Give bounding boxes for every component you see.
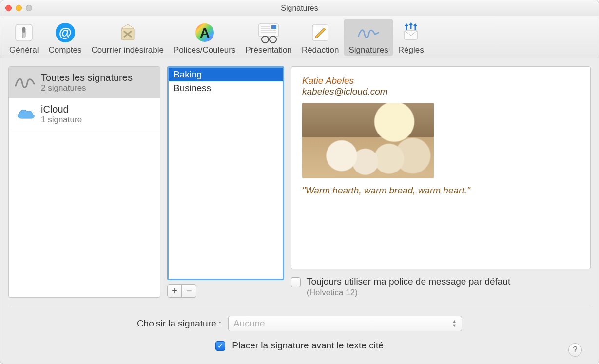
toolbar-accounts[interactable]: @ Comptes: [43, 19, 86, 56]
default-font-label: Toujours utiliser ma police de message p…: [307, 276, 510, 287]
toolbar-item-label: Courrier indésirable: [92, 45, 164, 55]
preview-image: [302, 103, 434, 178]
accounts-all-signatures[interactable]: Toutes les signatures 2 signatures: [9, 67, 160, 98]
content-area: Toutes les signatures 2 signatures iClou…: [0, 58, 599, 364]
icloud-icon: [15, 103, 36, 125]
close-button[interactable]: [5, 5, 12, 11]
svg-text:@: @: [58, 25, 71, 40]
signatures-icon: [357, 21, 380, 44]
signature-list-column: Baking Business + −: [167, 66, 284, 298]
signature-preview[interactable]: Katie Abeles kabeles@icloud.com "Warm he…: [291, 66, 591, 269]
footer: Choisir la signature : Aucune ▲▼ ✓ Place…: [8, 306, 591, 364]
add-signature-button[interactable]: +: [167, 284, 182, 298]
fonts-icon: A: [193, 21, 216, 44]
default-font-row: Toujours utiliser ma police de message p…: [291, 276, 591, 298]
default-font-checkbox[interactable]: [291, 277, 301, 287]
add-remove-buttons: + −: [167, 284, 284, 298]
preview-email: kabeles@icloud.com: [302, 86, 580, 97]
traffic-lights: [5, 5, 32, 11]
toolbar-junk[interactable]: Courrier indésirable: [87, 19, 169, 56]
toolbar-composing[interactable]: Rédaction: [297, 19, 344, 56]
place-before-row: ✓ Placer la signature avant le texte cit…: [215, 340, 384, 351]
panels-row: Toutes les signatures 2 signatures iClou…: [8, 66, 591, 298]
account-title: iCloud: [41, 104, 82, 115]
signature-item-business[interactable]: Business: [169, 81, 283, 95]
toolbar-item-label: Règles: [398, 45, 424, 55]
popup-arrows-icon: ▲▼: [450, 318, 459, 329]
toolbar-signatures[interactable]: Signatures: [344, 19, 393, 56]
rules-icon: [399, 21, 423, 44]
account-subtitle: 1 signature: [41, 115, 82, 125]
preferences-window: Signatures Général @ Comptes: [0, 0, 599, 364]
popup-value: Aucune: [233, 318, 265, 329]
svg-rect-11: [271, 25, 276, 29]
default-font-detail: (Helvetica 12): [307, 288, 510, 298]
toolbar-fonts[interactable]: A Polices/Couleurs: [169, 19, 241, 56]
signature-list[interactable]: Baking Business: [167, 66, 284, 280]
toolbar-item-label: Rédaction: [302, 45, 339, 55]
titlebar: Signatures: [0, 0, 599, 16]
toolbar-item-label: Comptes: [48, 45, 81, 55]
general-icon: [12, 21, 36, 44]
toolbar-rules[interactable]: Règles: [393, 19, 429, 56]
viewing-icon: [257, 21, 280, 44]
account-title: Toutes les signatures: [41, 72, 133, 83]
junk-icon: [116, 21, 139, 44]
account-texts: Toutes les signatures 2 signatures: [41, 72, 133, 93]
svg-text:A: A: [200, 25, 210, 40]
svg-rect-2: [22, 27, 25, 33]
preview-quote: "Warm hearth, warm bread, warm heart.": [302, 185, 580, 196]
default-font-texts: Toujours utiliser ma police de message p…: [307, 276, 510, 298]
preview-name: Katie Abeles: [302, 76, 580, 86]
place-before-checkbox[interactable]: ✓: [215, 341, 225, 351]
signature-icon: [15, 72, 36, 93]
account-texts: iCloud 1 signature: [41, 104, 82, 125]
composing-icon: [309, 21, 332, 44]
toolbar-item-label: Présentation: [245, 45, 291, 55]
maximize-button[interactable]: [26, 5, 32, 11]
help-icon: ?: [573, 345, 577, 355]
accounts-list[interactable]: Toutes les signatures 2 signatures iClou…: [8, 66, 160, 298]
remove-signature-button[interactable]: −: [182, 284, 196, 298]
window-title: Signatures: [0, 4, 599, 13]
preview-column: Katie Abeles kabeles@icloud.com "Warm he…: [291, 66, 591, 298]
toolbar-item-label: Signatures: [348, 45, 388, 55]
choose-signature-popup[interactable]: Aucune ▲▼: [228, 316, 462, 331]
place-before-label: Placer la signature avant le texte cité: [232, 340, 384, 351]
accounts-icloud[interactable]: iCloud 1 signature: [9, 98, 160, 130]
help-button[interactable]: ?: [568, 343, 582, 357]
toolbar-item-label: Général: [9, 45, 39, 55]
toolbar-item-label: Polices/Couleurs: [174, 45, 236, 55]
svg-point-17: [270, 36, 276, 43]
signature-item-baking[interactable]: Baking: [169, 68, 283, 81]
svg-point-16: [262, 36, 269, 43]
toolbar-viewing[interactable]: Présentation: [240, 19, 296, 56]
prefs-toolbar: Général @ Comptes Courrier indésirabl: [0, 16, 599, 58]
toolbar-general[interactable]: Général: [4, 19, 43, 56]
choose-signature-row: Choisir la signature : Aucune ▲▼: [137, 316, 462, 331]
account-subtitle: 2 signatures: [41, 83, 133, 93]
choose-signature-label: Choisir la signature :: [137, 318, 221, 329]
minimize-button[interactable]: [16, 5, 22, 11]
accounts-icon: @: [54, 21, 77, 44]
